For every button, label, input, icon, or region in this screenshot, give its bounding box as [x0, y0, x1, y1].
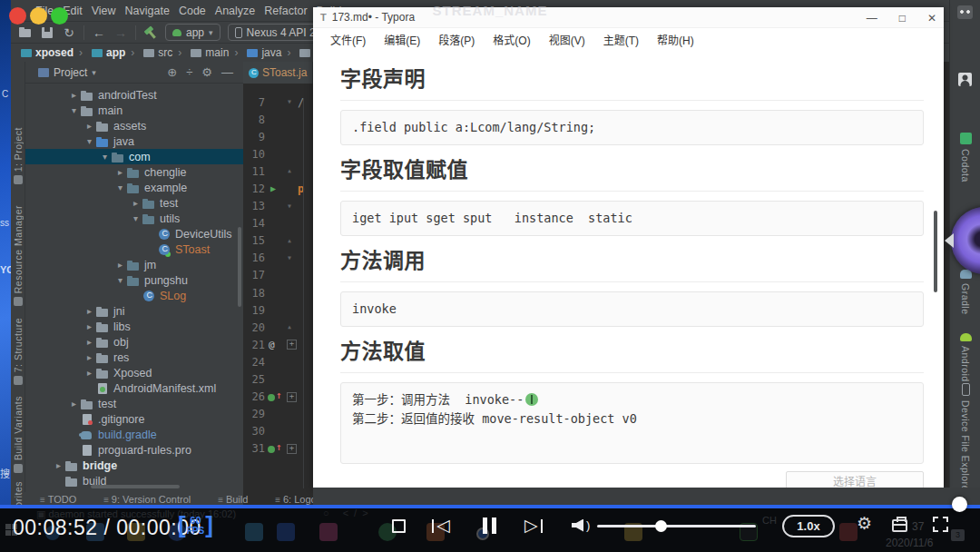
gutter-marker-icon[interactable]: [265, 336, 285, 353]
tree-item[interactable]: build.gradle: [25, 427, 243, 442]
tool-window-button[interactable]: Device File Explorer: [950, 383, 980, 495]
gutter-marker-icon[interactable]: [265, 406, 285, 423]
fold-marker-icon[interactable]: [285, 284, 298, 301]
fold-marker-icon[interactable]: [285, 128, 298, 145]
fold-marker-icon[interactable]: [285, 319, 298, 336]
expand-arrow-icon[interactable]: [53, 460, 64, 470]
tree-vertical-scrollbar[interactable]: [238, 227, 241, 307]
profile-icon[interactable]: [958, 73, 972, 86]
gutter-marker-icon[interactable]: [265, 250, 285, 267]
tree-item[interactable]: pungshu: [25, 272, 243, 288]
volume-knob[interactable]: [655, 520, 667, 532]
fold-marker-icon[interactable]: [285, 250, 298, 267]
expand-arrow-icon[interactable]: [68, 90, 80, 100]
pause-button[interactable]: [483, 518, 496, 534]
code-block[interactable]: iget iput sget sput instance static: [340, 201, 924, 236]
progress-bar[interactable]: [0, 505, 980, 508]
expand-arrow-icon[interactable]: [83, 321, 95, 331]
tree-item[interactable]: java: [25, 133, 243, 149]
schedule-icon[interactable]: [892, 519, 907, 532]
tree-item[interactable]: SToast: [25, 242, 243, 257]
tree-item[interactable]: com: [25, 149, 243, 164]
expand-arrow-icon[interactable]: [114, 275, 126, 285]
gutter-marker-icon[interactable]: [265, 267, 285, 284]
expand-arrow-icon[interactable]: [83, 337, 95, 347]
tree-item[interactable]: jni: [25, 303, 243, 319]
tree-item[interactable]: example: [25, 180, 243, 195]
gutter-marker-icon[interactable]: [265, 94, 285, 111]
next-button[interactable]: ▷: [524, 516, 543, 536]
tree-item[interactable]: utils: [25, 211, 243, 226]
save-icon[interactable]: [40, 25, 54, 40]
fold-marker-icon[interactable]: [285, 94, 298, 111]
gutter-marker-icon[interactable]: [265, 163, 285, 180]
breadcrumb-item[interactable]: main: [175, 46, 231, 59]
editor-scrollbar[interactable]: [934, 211, 937, 292]
gutter-marker-icon[interactable]: [265, 198, 285, 215]
expand-arrow-icon[interactable]: [130, 213, 142, 223]
gutter-marker-icon[interactable]: [265, 111, 285, 128]
gutter-marker-icon[interactable]: [265, 215, 285, 232]
volume-icon[interactable]: ): [572, 518, 590, 532]
menu-item[interactable]: 格式(O): [485, 32, 538, 47]
breadcrumb-item[interactable]: app: [76, 46, 128, 59]
minimize-circle-icon[interactable]: [30, 7, 47, 25]
hide-panel-icon[interactable]: —: [217, 65, 238, 79]
status-bar-item[interactable]: 9: Version Control: [103, 494, 191, 505]
fold-marker-icon[interactable]: [285, 371, 298, 389]
run-config-dropdown[interactable]: app ▾: [165, 24, 220, 41]
fold-marker-icon[interactable]: [285, 215, 298, 232]
gutter-marker-icon[interactable]: [265, 128, 285, 145]
fold-marker-icon[interactable]: [285, 198, 298, 215]
status-bar-item[interactable]: Build: [218, 494, 248, 505]
status-bar-item[interactable]: TODO: [40, 494, 76, 505]
code-block[interactable]: 第一步：调用方法 invoke-- 第二步：返回值的接收 move-result…: [340, 382, 924, 464]
volume-slider[interactable]: [597, 525, 756, 527]
tree-item[interactable]: test: [25, 195, 243, 211]
open-folder-icon[interactable]: [18, 25, 33, 40]
gutter-marker-icon[interactable]: [265, 389, 285, 406]
maximize-circle-icon[interactable]: [51, 7, 68, 25]
expand-arrow-icon[interactable]: [114, 167, 126, 177]
tool-window-button[interactable]: Codota: [950, 133, 980, 182]
gutter-marker-icon[interactable]: [265, 319, 285, 336]
gutter-marker-icon[interactable]: [265, 353, 285, 370]
menu-item[interactable]: 编辑(E): [376, 32, 428, 47]
tree-item[interactable]: AndroidManifest.xml: [25, 380, 243, 396]
fold-marker-icon[interactable]: [285, 406, 298, 423]
collapse-all-icon[interactable]: ÷: [181, 65, 197, 79]
menu-item[interactable]: 主题(T): [595, 32, 647, 47]
tree-item[interactable]: obj: [25, 334, 243, 350]
breadcrumb-item[interactable]: src: [128, 46, 175, 59]
tree-item[interactable]: androidTest: [25, 87, 243, 103]
expand-arrow-icon[interactable]: [83, 136, 95, 146]
tree-item[interactable]: .gitignore: [25, 411, 243, 427]
code-block[interactable]: .field public a:Lcom/lang/String;: [340, 110, 924, 145]
gutter-marker-icon[interactable]: [265, 232, 285, 250]
breadcrumb-item[interactable]: java: [231, 46, 284, 59]
collapse-arrow-icon[interactable]: [945, 233, 954, 248]
fold-marker-icon[interactable]: [285, 232, 298, 250]
gutter-marker-icon[interactable]: [265, 440, 285, 458]
expand-arrow-icon[interactable]: [114, 260, 126, 270]
tree-item[interactable]: DeviceUtils: [25, 226, 243, 242]
tree-item[interactable]: libs: [25, 319, 243, 334]
code-block[interactable]: invoke: [340, 291, 924, 327]
fold-marker-icon[interactable]: [285, 440, 298, 458]
expand-arrow-icon[interactable]: [130, 198, 142, 208]
tree-item[interactable]: SLog: [25, 288, 243, 303]
gutter-marker-icon[interactable]: [265, 423, 285, 440]
close-circle-icon[interactable]: [9, 7, 26, 25]
menu-item[interactable]: 文件(F): [322, 32, 374, 47]
fullscreen-icon[interactable]: [933, 517, 948, 532]
expand-arrow-icon[interactable]: [83, 121, 95, 131]
menu-item[interactable]: 段落(P): [430, 32, 483, 47]
project-panel-title[interactable]: Project: [54, 66, 87, 79]
tool-window-button[interactable]: Android: [950, 330, 980, 382]
tree-item[interactable]: test: [25, 396, 243, 411]
fold-marker-icon[interactable]: [285, 389, 298, 406]
tree-item[interactable]: main: [25, 103, 243, 118]
chevron-down-icon[interactable]: ▾: [92, 68, 96, 77]
settings-gear-icon[interactable]: ⚙: [857, 513, 872, 534]
breadcrumb-item[interactable]: xposed: [18, 46, 76, 59]
